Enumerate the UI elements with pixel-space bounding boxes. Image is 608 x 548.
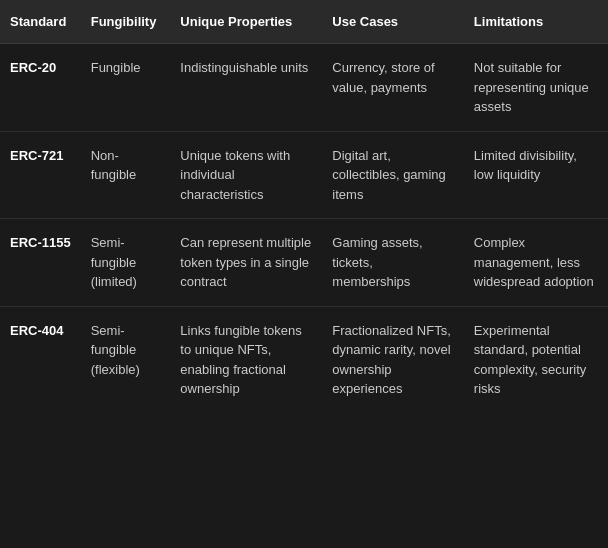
header-fungibility: Fungibility: [81, 0, 171, 44]
table-row: ERC-20FungibleIndistinguishable unitsCur…: [0, 44, 608, 132]
cell-unique_properties: Links fungible tokens to unique NFTs, en…: [170, 306, 322, 413]
cell-fungibility: Fungible: [81, 44, 171, 132]
header-limitations: Limitations: [464, 0, 608, 44]
cell-standard: ERC-721: [0, 131, 81, 219]
header-standard: Standard: [0, 0, 81, 44]
cell-standard: ERC-20: [0, 44, 81, 132]
table-row: ERC-404Semi-fungible (flexible)Links fun…: [0, 306, 608, 413]
table-row: ERC-721Non-fungibleUnique tokens with in…: [0, 131, 608, 219]
cell-use_cases: Gaming assets, tickets, memberships: [322, 219, 464, 307]
cell-unique_properties: Can represent multiple token types in a …: [170, 219, 322, 307]
cell-fungibility: Semi-fungible (flexible): [81, 306, 171, 413]
table-row: ERC-1155Semi-fungible (limited)Can repre…: [0, 219, 608, 307]
cell-fungibility: Semi-fungible (limited): [81, 219, 171, 307]
cell-limitations: Experimental standard, potential complex…: [464, 306, 608, 413]
cell-use_cases: Currency, store of value, payments: [322, 44, 464, 132]
cell-standard: ERC-404: [0, 306, 81, 413]
header-use-cases: Use Cases: [322, 0, 464, 44]
header-unique-properties: Unique Properties: [170, 0, 322, 44]
cell-unique_properties: Unique tokens with individual characteri…: [170, 131, 322, 219]
cell-use_cases: Fractionalized NFTs, dynamic rarity, nov…: [322, 306, 464, 413]
cell-limitations: Limited divisibility, low liquidity: [464, 131, 608, 219]
cell-unique_properties: Indistinguishable units: [170, 44, 322, 132]
cell-fungibility: Non-fungible: [81, 131, 171, 219]
cell-use_cases: Digital art, collectibles, gaming items: [322, 131, 464, 219]
cell-limitations: Not suitable for representing unique ass…: [464, 44, 608, 132]
cell-limitations: Complex management, less widespread adop…: [464, 219, 608, 307]
cell-standard: ERC-1155: [0, 219, 81, 307]
